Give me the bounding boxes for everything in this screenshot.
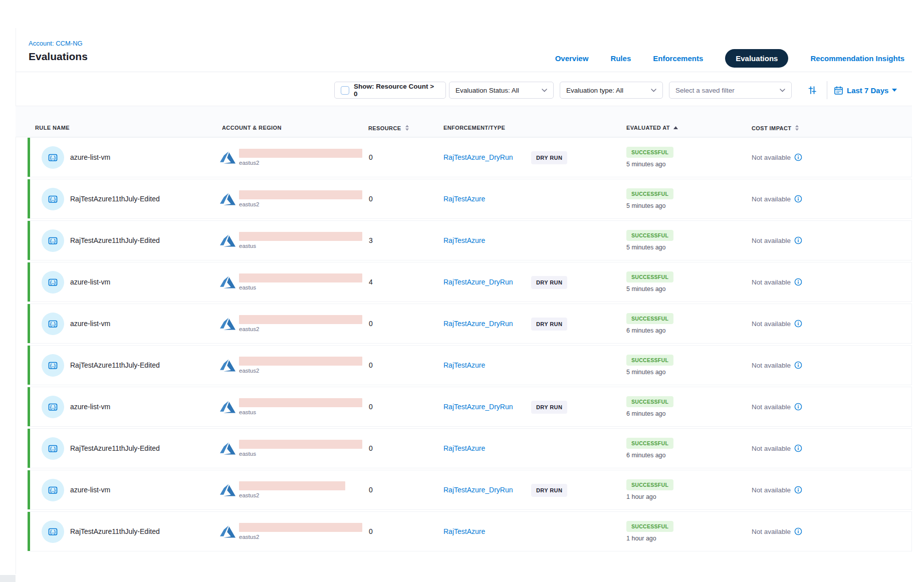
evaluated-time: 1 hour ago	[626, 535, 656, 542]
nav-tab-recommendation-insights[interactable]: Recommendation Insights	[810, 54, 904, 63]
resource-count: 0	[369, 304, 373, 343]
rule-name: azure-list-vm	[70, 304, 110, 343]
cost-impact-value: Not available	[752, 237, 791, 244]
resource-count: 4	[369, 262, 373, 302]
evaluation-table-row[interactable]: {..} azure-list-vm eastus2 0 RajTestAzur…	[28, 137, 912, 177]
evaluation-table-row[interactable]: {..} RajTestAzure11thJuly-Edited eastus …	[28, 428, 912, 468]
evaluation-status-value: Evaluation Status: All	[455, 87, 519, 94]
info-icon[interactable]	[794, 236, 802, 244]
enforcement-link[interactable]: RajTestAzure_DryRun	[443, 304, 513, 343]
status-badge: SUCCESSFUL	[626, 271, 673, 282]
account-name-redacted	[239, 315, 362, 324]
svg-text:{..}: {..}	[50, 405, 56, 410]
nav-tab-enforcements[interactable]: Enforcements	[653, 54, 703, 63]
enforcement-link[interactable]: RajTestAzure	[443, 346, 485, 385]
azure-logo-icon	[220, 274, 236, 290]
resource-count-checkbox[interactable]	[341, 86, 349, 95]
rule-icon: {..}	[42, 271, 64, 294]
evaluated-time: 6 minutes ago	[626, 410, 666, 417]
info-icon[interactable]	[794, 527, 802, 535]
sort-icon[interactable]	[795, 125, 799, 131]
cost-impact-value: Not available	[752, 528, 791, 535]
date-range-picker[interactable]: Last 7 Days	[834, 82, 897, 99]
cost-impact-cell: Not available	[752, 304, 802, 343]
info-icon[interactable]	[794, 403, 802, 411]
info-icon[interactable]	[794, 153, 802, 161]
info-icon[interactable]	[794, 320, 802, 328]
cost-impact-cell: Not available	[752, 179, 802, 218]
rule-icon: {..}	[42, 437, 64, 460]
sort-ascending-icon[interactable]	[673, 126, 678, 129]
evaluations-table-body: {..} azure-list-vm eastus2 0 RajTestAzur…	[28, 137, 912, 553]
azure-logo-icon	[220, 441, 236, 456]
filter-settings-button[interactable]	[803, 82, 821, 99]
enforcement-link[interactable]: RajTestAzure_DryRun	[443, 262, 513, 302]
column-header-cost-impact[interactable]: COST IMPACT	[752, 125, 799, 131]
evaluated-at-cell: SUCCESSFUL 5 minutes ago	[626, 262, 673, 302]
svg-text:{..}: {..}	[50, 155, 56, 160]
rule-icon: {..}	[42, 354, 64, 377]
breadcrumb-account-link[interactable]: Account: CCM-NG	[29, 40, 83, 47]
info-icon[interactable]	[794, 486, 802, 494]
nav-tab-rules[interactable]: Rules	[610, 54, 631, 63]
evaluated-at-cell: SUCCESSFUL 5 minutes ago	[626, 221, 673, 260]
evaluated-time: 6 minutes ago	[626, 452, 666, 459]
info-icon[interactable]	[794, 361, 802, 369]
account-name-redacted	[239, 232, 362, 241]
evaluated-time: 1 hour ago	[626, 493, 656, 500]
header-divider	[16, 72, 912, 72]
column-header-resource[interactable]: RESOURCE	[368, 125, 409, 131]
chevron-down-icon	[651, 89, 656, 92]
nav-tab-overview[interactable]: Overview	[555, 54, 589, 63]
enforcement-link[interactable]: RajTestAzure	[443, 221, 485, 260]
azure-logo-icon	[220, 358, 236, 373]
resource-count-filter-toggle[interactable]: Show: Resource Count > 0	[334, 82, 446, 99]
region-label: eastus2	[239, 492, 345, 498]
evaluation-table-row[interactable]: {..} RajTestAzure11thJuly-Edited eastus …	[28, 220, 912, 260]
region-label: eastus	[239, 409, 362, 415]
rule-name: RajTestAzure11thJuly-Edited	[70, 429, 160, 468]
evaluation-table-row[interactable]: {..} RajTestAzure11thJuly-Edited eastus2…	[28, 511, 912, 551]
enforcement-link[interactable]: RajTestAzure_DryRun	[443, 138, 513, 177]
saved-filter-dropdown[interactable]: Select a saved filter	[669, 82, 792, 99]
evaluation-table-row[interactable]: {..} azure-list-vm eastus 0 RajTestAzure…	[28, 387, 912, 427]
sort-icon[interactable]	[405, 125, 409, 131]
column-header-evaluated-at[interactable]: EVALUATED AT	[626, 125, 678, 131]
rule-name: RajTestAzure11thJuly-Edited	[70, 346, 160, 385]
enforcement-link[interactable]: RajTestAzure_DryRun	[443, 470, 513, 509]
nav-tab-evaluations-active[interactable]: Evaluations	[725, 49, 788, 68]
cost-impact-cell: Not available	[752, 346, 802, 385]
evaluations-page: Account: CCM-NG Evaluations Overview Rul…	[0, 0, 924, 582]
evaluation-status-dropdown[interactable]: Evaluation Status: All	[449, 82, 554, 99]
cost-impact-cell: Not available	[752, 138, 802, 177]
evaluated-time: 5 minutes ago	[626, 161, 666, 168]
info-icon[interactable]	[794, 195, 802, 203]
info-icon[interactable]	[794, 444, 802, 452]
evaluation-table-row[interactable]: {..} azure-list-vm eastus2 0 RajTestAzur…	[28, 470, 912, 510]
cost-impact-cell: Not available	[752, 387, 802, 426]
status-badge: SUCCESSFUL	[626, 188, 673, 199]
rule-name: azure-list-vm	[70, 387, 110, 426]
enforcement-link[interactable]: RajTestAzure	[443, 512, 485, 551]
column-header-account-region: ACCOUNT & REGION	[222, 125, 282, 131]
info-icon[interactable]	[794, 278, 802, 286]
account-region-cell: eastus2	[220, 346, 362, 385]
resource-count: 0	[369, 138, 373, 177]
evaluated-time: 5 minutes ago	[626, 244, 666, 251]
azure-logo-icon	[220, 191, 236, 207]
evaluation-type-dropdown[interactable]: Evaluation type: All	[560, 82, 663, 99]
bottom-left-panel-edge	[0, 575, 16, 582]
evaluated-at-cell: SUCCESSFUL 1 hour ago	[626, 470, 673, 509]
evaluation-table-row[interactable]: {..} RajTestAzure11thJuly-Edited eastus2…	[28, 345, 912, 385]
evaluation-table-row[interactable]: {..} azure-list-vm eastus 4 RajTestAzure…	[28, 262, 912, 302]
enforcement-link[interactable]: RajTestAzure_DryRun	[443, 387, 513, 426]
enforcement-link[interactable]: RajTestAzure	[443, 179, 485, 218]
evaluation-table-row[interactable]: {..} RajTestAzure11thJuly-Edited eastus2…	[28, 179, 912, 219]
enforcement-link[interactable]: RajTestAzure	[443, 429, 485, 468]
resource-count: 0	[369, 512, 373, 551]
evaluated-at-cell: SUCCESSFUL 5 minutes ago	[626, 138, 673, 177]
account-region-cell: eastus	[220, 387, 362, 426]
evaluated-at-cell: SUCCESSFUL 5 minutes ago	[626, 179, 673, 218]
resource-count: 0	[369, 387, 373, 426]
evaluation-table-row[interactable]: {..} azure-list-vm eastus2 0 RajTestAzur…	[28, 304, 912, 344]
